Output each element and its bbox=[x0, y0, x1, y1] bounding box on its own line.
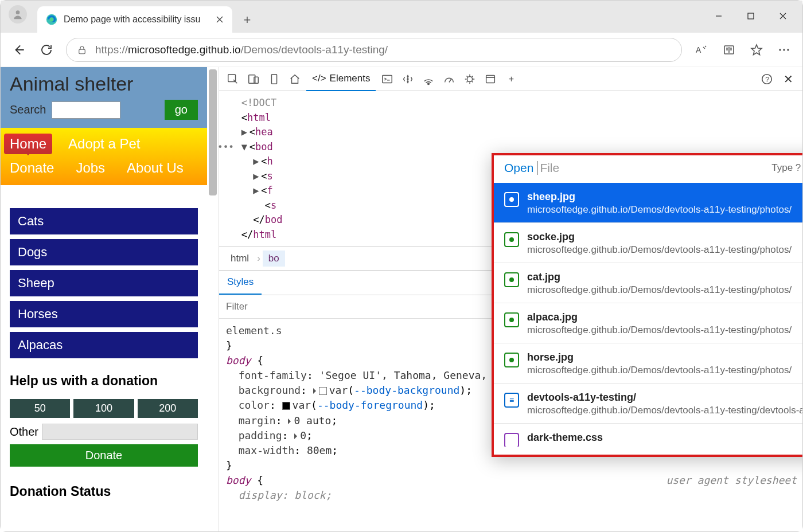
result-name: sheep.jpg bbox=[527, 191, 792, 203]
result-path: microsoftedge.github.io/Demos/devtools-a… bbox=[527, 244, 792, 256]
user-agent-label: user agent stylesheet bbox=[666, 473, 797, 488]
command-result-item[interactable]: dark-theme.css bbox=[494, 424, 802, 447]
performance-icon[interactable] bbox=[440, 70, 458, 88]
result-name: socke.jpg bbox=[527, 231, 792, 243]
profile-avatar[interactable] bbox=[9, 5, 27, 24]
svg-point-0 bbox=[16, 10, 20, 14]
nav-bar: Home Adopt a Pet Donate Jobs About Us bbox=[1, 128, 207, 185]
favorite-button[interactable] bbox=[744, 37, 769, 62]
command-result-item[interactable]: alpaca.jpg microsoftedge.github.io/Demos… bbox=[494, 303, 802, 343]
command-result-item[interactable]: devtools-a11y-testing/ microsoftedge.git… bbox=[494, 384, 802, 424]
refresh-button[interactable] bbox=[34, 37, 59, 62]
svg-point-9 bbox=[783, 49, 785, 51]
inspect-icon[interactable] bbox=[224, 70, 242, 88]
command-hint: Type ? to see available commands bbox=[771, 162, 802, 174]
donation-section: Help us with a donation 50 100 200 Other… bbox=[1, 364, 207, 476]
welcome-icon[interactable] bbox=[286, 70, 304, 88]
list-item[interactable]: Dogs bbox=[10, 239, 198, 265]
page-header: Animal shelter Search go bbox=[1, 67, 207, 128]
browser-tab[interactable]: Demo page with accessibility issu bbox=[37, 6, 232, 33]
memory-icon[interactable] bbox=[461, 70, 479, 88]
donate-100[interactable]: 100 bbox=[73, 399, 134, 418]
donation-status-heading: Donation Status bbox=[1, 476, 207, 499]
svg-point-2 bbox=[49, 17, 53, 21]
svg-text:A: A bbox=[696, 45, 701, 54]
donation-heading: Help us with a donation bbox=[10, 373, 198, 389]
maximize-button[interactable] bbox=[735, 4, 767, 28]
network-icon[interactable] bbox=[419, 70, 438, 88]
address-bar: https://microsoftedge.github.io/Demos/de… bbox=[1, 33, 802, 67]
command-input-row[interactable]: Open File Type ? to see available comman… bbox=[494, 155, 802, 183]
svg-rect-14 bbox=[271, 74, 276, 84]
settings-icon[interactable]: ? bbox=[758, 70, 776, 88]
sources-icon[interactable] bbox=[399, 70, 417, 88]
go-button[interactable]: go bbox=[165, 100, 198, 120]
device-icon[interactable] bbox=[244, 70, 263, 88]
elements-tab[interactable]: </>Elements bbox=[306, 67, 376, 91]
svg-point-20 bbox=[467, 76, 473, 81]
svg-point-8 bbox=[779, 49, 781, 51]
page-scrollbar[interactable] bbox=[209, 69, 217, 195]
img-icon bbox=[504, 192, 519, 207]
command-result-item[interactable]: horse.jpg microsoftedge.github.io/Demos/… bbox=[494, 343, 802, 384]
command-result-item[interactable]: cat.jpg microsoftedge.github.io/Demos/de… bbox=[494, 263, 802, 303]
command-result-item[interactable]: sheep.jpg microsoftedge.github.io/Demos/… bbox=[494, 183, 802, 223]
application-icon[interactable] bbox=[481, 70, 500, 88]
other-input[interactable] bbox=[42, 424, 198, 440]
svg-point-10 bbox=[787, 49, 789, 51]
back-button[interactable] bbox=[6, 37, 32, 62]
result-name: cat.jpg bbox=[527, 271, 792, 283]
nav-jobs[interactable]: Jobs bbox=[70, 158, 111, 178]
dom-overflow-icon[interactable]: ••• bbox=[217, 140, 234, 154]
nav-about[interactable]: About Us bbox=[121, 158, 189, 178]
window-controls bbox=[703, 4, 799, 28]
command-placeholder: File bbox=[540, 161, 559, 175]
svg-rect-5 bbox=[79, 49, 85, 54]
styles-tab[interactable]: Styles bbox=[219, 271, 262, 295]
img-icon bbox=[504, 232, 519, 247]
result-path: microsoftedge.github.io/Demos/devtools-a… bbox=[527, 204, 792, 216]
lock-icon bbox=[77, 45, 87, 55]
nav-donate[interactable]: Donate bbox=[4, 158, 60, 178]
list-item[interactable]: Horses bbox=[10, 301, 198, 327]
minimize-button[interactable] bbox=[703, 4, 735, 28]
more-tabs-icon[interactable]: + bbox=[502, 70, 520, 88]
nav-adopt[interactable]: Adopt a Pet bbox=[63, 134, 146, 154]
close-devtools-button[interactable]: ✕ bbox=[778, 72, 798, 86]
list-item[interactable]: Alpacas bbox=[10, 332, 198, 358]
nav-home[interactable]: Home bbox=[4, 134, 52, 154]
svg-rect-13 bbox=[254, 77, 258, 83]
folder-icon bbox=[504, 393, 519, 408]
donate-button[interactable]: Donate bbox=[10, 444, 198, 467]
list-item[interactable]: Cats bbox=[10, 208, 198, 234]
page-title: Animal shelter bbox=[10, 73, 198, 95]
search-label: Search bbox=[10, 103, 46, 116]
close-window-button[interactable] bbox=[767, 4, 799, 28]
result-name: devtools-a11y-testing/ bbox=[527, 392, 802, 404]
page-viewport: Animal shelter Search go Home Adopt a Pe… bbox=[1, 67, 219, 531]
url-field[interactable]: https://microsoftedge.github.io/Demos/de… bbox=[66, 38, 682, 62]
list-item[interactable]: Sheep bbox=[10, 270, 198, 296]
css-icon bbox=[504, 433, 519, 447]
content-area: Animal shelter Search go Home Adopt a Pe… bbox=[1, 67, 802, 531]
read-aloud-button[interactable]: A bbox=[689, 37, 714, 62]
browser-window: Demo page with accessibility issu + http… bbox=[0, 0, 803, 532]
donate-200[interactable]: 200 bbox=[138, 399, 198, 418]
new-tab-button[interactable]: + bbox=[236, 9, 259, 32]
svg-point-19 bbox=[428, 83, 430, 84]
img-icon bbox=[504, 312, 519, 327]
command-result-item[interactable]: socke.jpg microsoftedge.github.io/Demos/… bbox=[494, 223, 802, 263]
url-text: https://microsoftedge.github.io/Demos/de… bbox=[95, 44, 388, 56]
menu-button[interactable] bbox=[771, 37, 797, 62]
svg-point-17 bbox=[408, 79, 409, 80]
result-path: microsoftedge.github.io/Demos/devtools-a… bbox=[527, 405, 802, 416]
search-input[interactable] bbox=[52, 101, 120, 119]
svg-text:?: ? bbox=[765, 75, 769, 83]
text-cursor bbox=[537, 161, 537, 175]
console-icon[interactable] bbox=[378, 70, 396, 88]
donate-50[interactable]: 50 bbox=[10, 399, 70, 418]
tab-title: Demo page with accessibility issu bbox=[64, 14, 211, 25]
reader-mode-button[interactable] bbox=[716, 37, 742, 62]
tool-icon[interactable] bbox=[265, 70, 283, 88]
close-tab-icon[interactable] bbox=[215, 15, 224, 24]
